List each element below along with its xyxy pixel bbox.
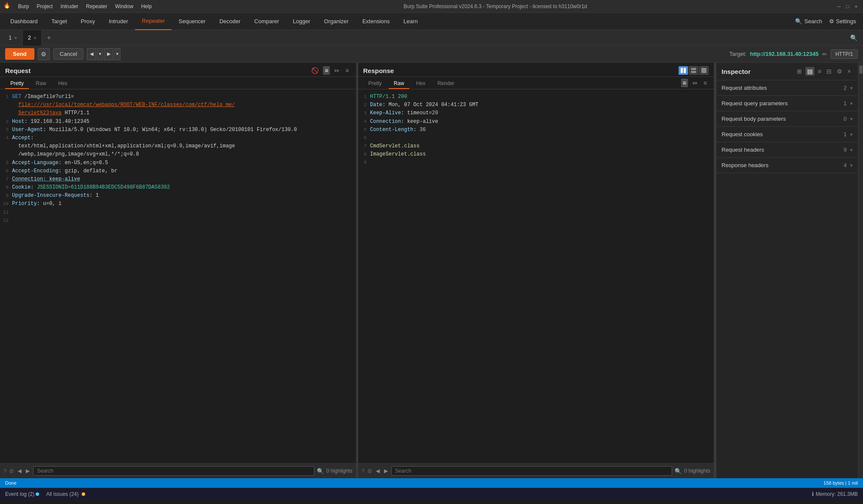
nav-repeater[interactable]: Repeater — [135, 13, 172, 30]
response-tab-hex[interactable]: Hex — [411, 79, 430, 89]
inspector-close-icon[interactable]: × — [846, 67, 853, 76]
nav-dashboard[interactable]: Dashboard — [3, 13, 45, 30]
request-search-nav-right-icon[interactable]: ▶ — [25, 468, 31, 474]
request-search-submit-icon[interactable]: 🔍 — [317, 468, 324, 474]
inspector-title: Inspector — [722, 68, 795, 75]
main-content: Request 🚫 ≡ ⇔ ≡ Pretty Raw Hex 1 GET /Im… — [0, 63, 863, 478]
request-search-help-icon[interactable]: ? — [3, 468, 6, 474]
svg-rect-1 — [684, 68, 686, 73]
send-settings-button[interactable]: ⚙ — [38, 48, 50, 60]
inspector-panel-icon[interactable]: ▤ — [805, 67, 814, 76]
nav-proxy[interactable]: Proxy — [74, 13, 102, 30]
menu-project[interactable]: Project — [33, 3, 56, 10]
request-line-3: 3 User-Agent: Mozilla/5.0 (Windows NT 10… — [0, 126, 356, 134]
nav-target[interactable]: Target — [45, 13, 74, 30]
edit-target-button[interactable]: ✏ — [822, 51, 827, 58]
nav-intruder[interactable]: Intruder — [102, 13, 135, 30]
response-search-help-icon[interactable]: ? — [362, 468, 365, 474]
nav-back-button[interactable]: ◀ — [87, 48, 96, 60]
http-version-button[interactable]: HTTP/1 — [831, 49, 858, 59]
inspector-row-body-params[interactable]: Request body parameters 0 ▾ — [716, 111, 858, 127]
nav-organizer[interactable]: Organizer — [317, 13, 356, 30]
minimize-button[interactable]: ─ — [835, 3, 842, 10]
request-more-icon[interactable]: ≡ — [344, 66, 350, 75]
tab-2[interactable]: 2 × — [23, 30, 42, 46]
all-issues-item[interactable]: All issues (24) — [46, 491, 85, 497]
split-single-icon[interactable] — [699, 66, 709, 75]
repeater-toolbar: Send ⚙ Cancel ◀ ▾ ▶ ▾ Target: http://192… — [0, 46, 863, 63]
request-hide-icon[interactable]: 🚫 — [310, 66, 320, 75]
request-title: Request — [5, 67, 310, 74]
inspector-row-query-params[interactable]: Request query parameters 1 ▾ — [716, 96, 858, 111]
response-search-nav-right-icon[interactable]: ▶ — [383, 468, 389, 474]
menu-repeater[interactable]: Repeater — [83, 3, 111, 10]
tab-1[interactable]: 1 × — [3, 30, 23, 46]
inspector-filter-icon[interactable]: ≡ — [816, 67, 823, 76]
request-pretty-icon[interactable]: ≡ — [323, 66, 330, 75]
send-button[interactable]: Send — [5, 48, 34, 60]
split-stacked-icon[interactable] — [689, 66, 698, 75]
request-tab-pretty[interactable]: Pretty — [5, 79, 29, 89]
response-line-8: 8 ImageServlet.class — [358, 150, 714, 159]
inspector-row-request-headers[interactable]: Request headers 9 ▾ — [716, 142, 858, 158]
inspector-collapse-icon[interactable]: ⊟ — [825, 67, 833, 76]
response-more-icon[interactable]: ≡ — [702, 79, 709, 87]
response-tab-pretty[interactable]: Pretty — [363, 79, 387, 89]
request-search-nav-left-icon[interactable]: ◀ — [17, 468, 22, 474]
nav-back-dropdown[interactable]: ▾ — [97, 48, 103, 60]
response-search-input[interactable] — [391, 466, 673, 476]
memory-label: Memory: 261.3MB — [816, 491, 858, 497]
menu-intruder[interactable]: Intruder — [57, 3, 82, 10]
request-tab-hex[interactable]: Hex — [53, 79, 72, 89]
response-toolbar-icons — [679, 66, 709, 75]
nav-search-button[interactable]: 🔍 Search — [792, 16, 826, 26]
response-tab-raw[interactable]: Raw — [389, 79, 409, 89]
response-line-3: 3 Keep-Alive: timeout=20 — [358, 109, 714, 117]
response-search-settings-icon[interactable]: ⚙ — [367, 468, 372, 474]
inspector-row-cookies[interactable]: Request cookies 1 ▾ — [716, 127, 858, 142]
response-tab-render[interactable]: Render — [432, 79, 459, 89]
nav-forward-dropdown[interactable]: ▾ — [114, 48, 120, 60]
nav-sequencer[interactable]: Sequencer — [172, 13, 212, 30]
tab-add-button[interactable]: + — [42, 32, 56, 43]
inspector-row-request-attributes[interactable]: Request attributes 2 ▾ — [716, 80, 858, 96]
request-code-area: 1 GET /Imagefile?url1= file:///usr/local… — [0, 89, 356, 463]
inspector-toolbar-icons: ⊞ ▤ ≡ ⊟ ⚙ × — [795, 67, 853, 76]
right-scrollbar[interactable] — [858, 63, 863, 478]
close-button[interactable]: × — [853, 3, 860, 10]
nav-learn[interactable]: Learn — [396, 13, 424, 30]
inspector-settings-icon[interactable]: ⚙ — [835, 67, 844, 76]
request-tab-raw[interactable]: Raw — [31, 79, 51, 89]
maximize-button[interactable]: □ — [844, 3, 851, 10]
response-wrap-icon[interactable]: ⇔ — [691, 79, 699, 87]
menu-window[interactable]: Window — [111, 3, 137, 10]
tab-2-close[interactable]: × — [34, 35, 36, 40]
request-wrap-icon[interactable]: ⇔ — [332, 66, 341, 75]
menu-help[interactable]: Help — [138, 3, 155, 10]
inspector-row-response-headers[interactable]: Response headers 4 ▾ — [716, 158, 858, 173]
gear-icon: ⚙ — [829, 18, 834, 24]
nav-settings-button[interactable]: ⚙ Settings — [826, 16, 860, 26]
tab-1-close[interactable]: × — [14, 35, 17, 40]
inspector-items: Request attributes 2 ▾ Request query par… — [716, 80, 858, 478]
split-side-by-side-icon[interactable] — [679, 66, 688, 75]
request-search-input[interactable] — [33, 466, 314, 476]
request-line-2: 2 Host: 192.168.31.40:12345 — [0, 118, 356, 126]
nav-decoder[interactable]: Decoder — [212, 13, 247, 30]
menu-burp[interactable]: Burp — [15, 3, 32, 10]
nav-forward-button[interactable]: ▶ — [104, 48, 114, 60]
request-panel-header: Request 🚫 ≡ ⇔ ≡ — [0, 63, 356, 77]
cancel-button[interactable]: Cancel — [53, 48, 83, 60]
response-pretty-icon[interactable]: ≡ — [681, 79, 688, 87]
request-search-settings-icon[interactable]: ⚙ — [9, 468, 14, 474]
response-search-submit-icon[interactable]: 🔍 — [675, 468, 682, 474]
event-log-item[interactable]: Event log (2) — [5, 491, 39, 497]
inspector-grid-icon[interactable]: ⊞ — [795, 67, 804, 76]
response-search-nav-left-icon[interactable]: ◀ — [375, 468, 381, 474]
scrollbar-thumb[interactable] — [859, 65, 863, 74]
tabs-search-icon[interactable]: 🔍 — [848, 32, 860, 44]
nav-logger[interactable]: Logger — [286, 13, 317, 30]
target-label: Target: — [729, 51, 746, 57]
nav-comparer[interactable]: Comparer — [247, 13, 286, 30]
nav-extensions[interactable]: Extensions — [356, 13, 397, 30]
